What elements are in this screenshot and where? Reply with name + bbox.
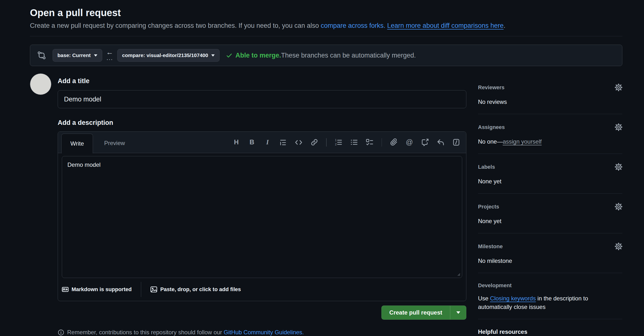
description-label: Add a description <box>58 119 466 126</box>
sidebar-section-reviewers: Reviewers No reviews <box>478 73 622 114</box>
sidebar-section-labels: Labels None yet <box>478 154 622 194</box>
description-textarea[interactable]: Demo model <box>62 156 462 278</box>
subtitle-text: Create a new pull request by comparing c… <box>30 22 321 29</box>
labels-value: None yet <box>478 177 622 186</box>
compare-branch-button[interactable]: compare: visual-editor/2135/107400 <box>117 49 220 62</box>
assign-yourself-link[interactable]: assign yourself <box>502 138 542 145</box>
code-icon[interactable] <box>294 138 303 146</box>
labels-label: Labels <box>478 164 495 170</box>
cross-reference-icon[interactable] <box>421 138 429 146</box>
compare-direction: ← … <box>106 49 114 61</box>
sidebar-section-projects: Projects None yet <box>478 194 622 233</box>
gear-icon <box>615 84 622 91</box>
page-title: Open a pull request <box>30 7 622 19</box>
check-icon <box>226 52 232 59</box>
italic-icon[interactable]: I <box>263 138 272 146</box>
ordered-list-icon[interactable]: 12 <box>334 138 343 146</box>
helpful-resources-label: Helpful resources <box>478 328 528 335</box>
sidebar-section-helpful-resources: Helpful resources GitHub Community Guide… <box>478 319 622 336</box>
gear-icon <box>615 203 622 210</box>
reviewers-value: No reviews <box>478 98 622 106</box>
merge-status: Able to merge. These branches can be aut… <box>226 52 416 59</box>
markdown-supported-button[interactable]: Markdown is supported <box>62 286 132 293</box>
tab-write[interactable]: Write <box>61 134 93 153</box>
toolbar-divider <box>382 138 382 146</box>
gear-icon <box>615 163 622 171</box>
content-row: Add a title Add a description Write Prev… <box>30 73 622 336</box>
subtitle-period: . <box>504 22 506 29</box>
git-compare-icon <box>38 51 46 60</box>
open-pull-request-page: Open a pull request Create a new pull re… <box>0 0 644 336</box>
image-icon <box>150 286 157 293</box>
milestone-label: Milestone <box>478 243 502 250</box>
compare-across-forks-link[interactable]: compare across forks <box>321 22 384 29</box>
mention-icon[interactable]: @ <box>405 138 414 146</box>
milestone-value: No milestone <box>478 257 622 265</box>
reply-icon[interactable] <box>436 138 445 146</box>
info-icon <box>58 329 64 336</box>
assignees-value: No one— <box>478 138 502 145</box>
form-actions: Create pull request <box>58 305 466 320</box>
footer-divider <box>141 282 142 297</box>
tasklist-icon[interactable] <box>366 138 374 146</box>
markdown-editor: Write Preview H B I <box>58 131 466 301</box>
svg-text:1: 1 <box>335 138 336 142</box>
pr-sidebar: Reviewers No reviews Assignees No one—as… <box>478 73 622 336</box>
attach-files-button[interactable]: Paste, drop, or click to add files <box>150 286 241 293</box>
create-pull-request-button[interactable]: Create pull request <box>382 306 450 319</box>
tab-preview[interactable]: Preview <box>93 133 136 153</box>
chevron-down-icon <box>456 311 460 314</box>
reviewers-label: Reviewers <box>478 84 504 91</box>
development-label: Development <box>478 282 512 289</box>
closing-keywords-link[interactable]: Closing keywords <box>490 295 536 302</box>
link-icon[interactable] <box>310 138 318 146</box>
editor-header: Write Preview H B I <box>58 132 466 153</box>
toolbar-divider <box>326 138 326 146</box>
branch-compare-bar: base: Current ← … compare: visual-editor… <box>30 45 622 66</box>
attach-files-label: Paste, drop, or click to add files <box>160 286 241 293</box>
gear-icon <box>615 123 622 131</box>
create-pull-request-split-button: Create pull request <box>382 305 466 320</box>
ellipsis-icon: … <box>106 54 113 61</box>
paperclip-icon[interactable] <box>390 138 398 146</box>
title-label: Add a title <box>58 77 466 85</box>
projects-label: Projects <box>478 204 499 210</box>
slash-command-icon[interactable] <box>452 138 460 146</box>
contribution-note: Remember, contributions to this reposito… <box>58 328 466 336</box>
pull-request-form: Add a title Add a description Write Prev… <box>58 73 466 336</box>
base-branch-label: base: Current <box>58 52 91 58</box>
chevron-down-icon <box>94 54 97 57</box>
diff-comparisons-link[interactable]: Learn more about diff comparisons here <box>387 22 504 29</box>
editor-body: Demo model Markdown is supported <box>58 153 466 301</box>
sidebar-section-milestone: Milestone No milestone <box>478 233 622 273</box>
chevron-down-icon <box>211 54 215 57</box>
bold-icon[interactable]: B <box>248 138 256 146</box>
markdown-supported-label: Markdown is supported <box>72 286 132 293</box>
create-pull-request-dropdown[interactable] <box>450 306 466 319</box>
avatar <box>30 73 51 95</box>
labels-settings-button[interactable] <box>615 163 622 171</box>
markdown-icon <box>62 286 69 293</box>
merge-status-detail: These branches can be automatically merg… <box>281 52 416 59</box>
projects-settings-button[interactable] <box>615 203 622 210</box>
community-guidelines-link[interactable]: GitHub Community Guidelines. <box>224 329 304 335</box>
reviewers-settings-button[interactable] <box>615 84 622 91</box>
heading-icon[interactable]: H <box>232 138 240 146</box>
milestone-settings-button[interactable] <box>615 243 622 250</box>
base-branch-button[interactable]: base: Current <box>52 49 102 62</box>
gear-icon <box>615 243 622 250</box>
projects-value: None yet <box>478 217 622 225</box>
title-input[interactable] <box>58 90 466 108</box>
development-text: Use <box>478 295 490 302</box>
sidebar-section-assignees: Assignees No one—assign yourself <box>478 114 622 154</box>
assignees-settings-button[interactable] <box>615 123 622 131</box>
quote-icon[interactable] <box>279 138 287 146</box>
assignees-label: Assignees <box>478 124 505 130</box>
compare-branch-label: compare: visual-editor/2135/107400 <box>122 52 208 58</box>
markdown-toolbar: H B I 12 <box>232 132 460 153</box>
svg-text:2: 2 <box>335 143 336 146</box>
contribution-note-text: Remember, contributions to this reposito… <box>67 329 224 335</box>
editor-footer: Markdown is supported Paste, drop, or cl… <box>62 282 462 297</box>
unordered-list-icon[interactable] <box>350 138 358 146</box>
header-divider <box>30 36 622 36</box>
